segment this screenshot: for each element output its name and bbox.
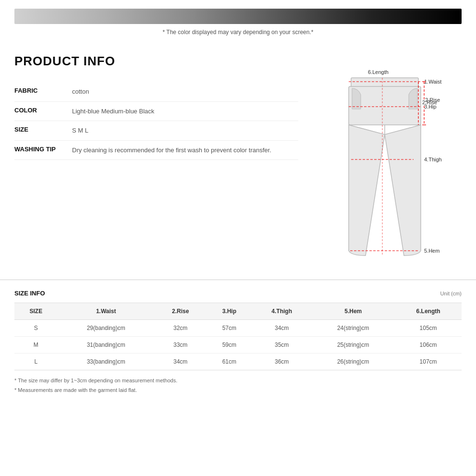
table-cell: 33(banding)cm	[58, 354, 155, 370]
table-cell: 26(string)cm	[311, 354, 395, 370]
svg-text:4.Thigh: 4.Thigh	[424, 157, 442, 162]
table-cell: 35cm	[252, 337, 311, 354]
info-row-color: COLOR Light-blue Medium-blue Black	[14, 102, 298, 122]
size-label: SIZE	[14, 126, 72, 133]
col-length: 6.Length	[395, 303, 462, 320]
washing-value: Dry cleaning is recommended for the firs…	[72, 146, 298, 155]
table-row: M31(banding)cm33cm59cm35cm25(string)cm10…	[14, 337, 462, 354]
size-note: * Measurements are made with the garment…	[14, 386, 462, 395]
product-info-section: PRODUCT INFO FABRIC cotton COLOR Light-b…	[0, 39, 476, 280]
size-note: * The size may differ by 1~3cm depending…	[14, 376, 462, 386]
size-info-section: SIZE INFO Unit (cm) SIZE 1.Waist 2.Rise …	[0, 280, 476, 410]
table-cell: 34cm	[252, 320, 311, 337]
table-cell: 24(string)cm	[311, 320, 395, 337]
table-cell: 107cm	[395, 354, 462, 370]
product-info-right: 6.Length 1.Waist 3.Hip 2.Rise 4.Thigh 5.…	[308, 54, 462, 270]
table-cell: 32cm	[155, 320, 207, 337]
pants-diagram: 6.Length 1.Waist 3.Hip 2.Rise 4.Thigh 5.…	[313, 63, 457, 270]
table-cell: 59cm	[207, 337, 252, 354]
washing-label: WASHING TIP	[14, 146, 72, 153]
table-cell: 34cm	[155, 354, 207, 370]
color-label: COLOR	[14, 107, 72, 114]
product-info-title: PRODUCT INFO	[14, 54, 298, 69]
table-cell: 57cm	[207, 320, 252, 337]
col-thigh: 4.Thigh	[252, 303, 311, 320]
svg-text:2.Rise: 2.Rise	[425, 97, 440, 103]
table-cell: 36cm	[252, 354, 311, 370]
table-cell: 25(string)cm	[311, 337, 395, 354]
table-row: L33(banding)cm34cm61cm36cm26(string)cm10…	[14, 354, 462, 370]
svg-text:1.Waist: 1.Waist	[424, 79, 441, 85]
col-waist: 1.Waist	[58, 303, 155, 320]
fabric-value: cotton	[72, 87, 298, 97]
color-gradient-bar	[14, 9, 462, 24]
col-hip: 3.Hip	[207, 303, 252, 320]
table-cell: 61cm	[207, 354, 252, 370]
table-cell: 106cm	[395, 337, 462, 354]
info-table: FABRIC cotton COLOR Light-blue Medium-bl…	[14, 82, 298, 160]
col-size: SIZE	[14, 303, 58, 320]
table-row: S29(banding)cm32cm57cm34cm24(string)cm10…	[14, 320, 462, 337]
info-row-washing: WASHING TIP Dry cleaning is recommended …	[14, 141, 298, 160]
info-row-fabric: FABRIC cotton	[14, 82, 298, 102]
table-cell: 31(banding)cm	[58, 337, 155, 354]
info-row-size: SIZE S M L	[14, 121, 298, 141]
table-cell: S	[14, 320, 58, 337]
size-info-title: SIZE INFO	[14, 290, 45, 297]
table-cell: 105cm	[395, 320, 462, 337]
col-hem: 5.Hem	[311, 303, 395, 320]
table-cell: L	[14, 354, 58, 370]
svg-rect-0	[351, 78, 418, 87]
table-cell: 29(banding)cm	[58, 320, 155, 337]
product-info-left: PRODUCT INFO FABRIC cotton COLOR Light-b…	[14, 54, 298, 270]
fabric-label: FABRIC	[14, 87, 72, 94]
color-bar-section: * The color displayed may vary depending…	[0, 0, 476, 39]
svg-text:6.Length: 6.Length	[368, 69, 389, 75]
table-header-row: SIZE 1.Waist 2.Rise 3.Hip 4.Thigh 5.Hem …	[14, 303, 462, 320]
size-unit: Unit (cm)	[440, 291, 462, 296]
table-cell: 33cm	[155, 337, 207, 354]
size-value: S M L	[72, 126, 298, 135]
size-table: SIZE 1.Waist 2.Rise 3.Hip 4.Thigh 5.Hem …	[14, 303, 462, 370]
size-notes: * The size may differ by 1~3cm depending…	[14, 376, 462, 395]
color-note: * The color displayed may vary depending…	[14, 29, 462, 36]
table-cell: M	[14, 337, 58, 354]
color-value: Light-blue Medium-blue Black	[72, 107, 298, 116]
size-info-header: SIZE INFO Unit (cm)	[14, 290, 462, 297]
svg-text:5.Hem: 5.Hem	[424, 248, 439, 254]
col-rise: 2.Rise	[155, 303, 207, 320]
pants-svg: 6.Length 1.Waist 3.Hip 2.Rise 4.Thigh 5.…	[313, 63, 457, 275]
